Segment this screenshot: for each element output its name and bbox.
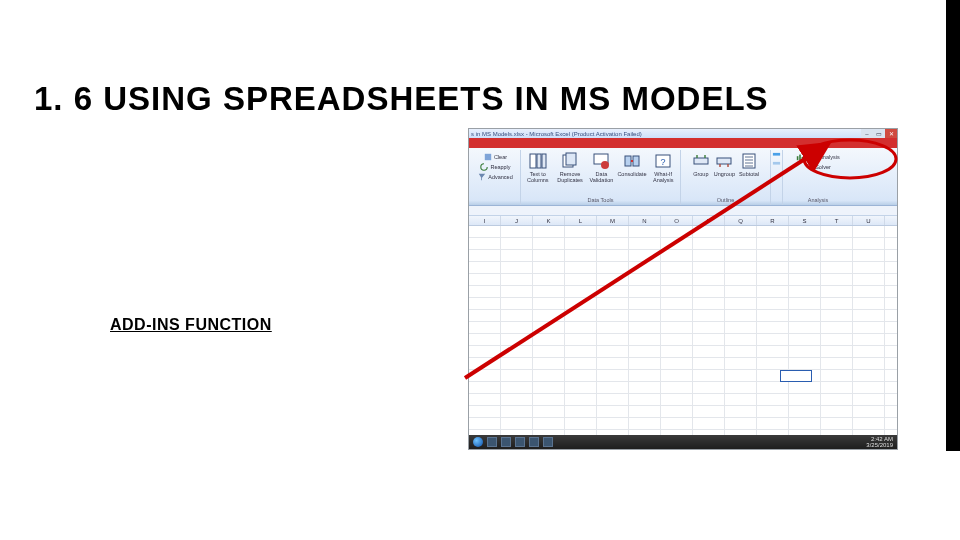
outline-level-markers bbox=[771, 150, 783, 205]
subtotal-icon bbox=[740, 152, 758, 170]
advanced-button[interactable]: Advanced bbox=[478, 172, 512, 182]
text-to-columns-label: Text to Columns bbox=[525, 171, 551, 183]
ungroup-icon bbox=[715, 152, 733, 170]
svg-rect-3 bbox=[537, 154, 541, 168]
column-header[interactable]: R bbox=[757, 216, 789, 225]
svg-marker-1 bbox=[479, 174, 485, 180]
data-analysis-icon bbox=[796, 153, 804, 161]
clear-button[interactable]: Clear bbox=[484, 152, 507, 162]
column-header-row: I J K L M N O P Q R S T U bbox=[469, 216, 897, 226]
remove-duplicates-icon bbox=[561, 152, 579, 170]
formula-bar[interactable] bbox=[469, 206, 897, 216]
column-header[interactable]: I bbox=[469, 216, 501, 225]
close-button[interactable]: ✕ bbox=[885, 129, 897, 138]
column-header[interactable]: L bbox=[565, 216, 597, 225]
consolidate-icon bbox=[623, 152, 641, 170]
caption-addins: ADD-INS FUNCTION bbox=[110, 316, 272, 334]
ribbon-tab-strip bbox=[469, 138, 897, 148]
ribbon-group-outline: Group Ungroup Subtotal Outline bbox=[681, 150, 771, 205]
spreadsheet-grid[interactable] bbox=[469, 226, 897, 435]
taskbar-clock[interactable]: 2:42 AM 3/25/2019 bbox=[866, 436, 893, 448]
window-titlebar: s in MS Models.xlsx - Microsoft Excel (P… bbox=[469, 129, 897, 138]
ribbon-group-name: Outline bbox=[717, 197, 734, 203]
svg-point-8 bbox=[601, 161, 609, 169]
solver-icon: ? bbox=[805, 163, 813, 171]
column-header[interactable]: N bbox=[629, 216, 661, 225]
svg-rect-14 bbox=[717, 158, 731, 164]
ribbon-group-analysis: Data Analysis ? Solver Analysis bbox=[783, 150, 853, 205]
ribbon-group-name: Data Tools bbox=[588, 197, 614, 203]
windows-taskbar: 2:42 AM 3/25/2019 bbox=[469, 435, 897, 449]
selected-cell[interactable] bbox=[780, 370, 812, 382]
taskbar-left bbox=[469, 437, 553, 447]
clear-icon bbox=[484, 153, 492, 161]
slide-title: 1. 6 USING SPREADSHEETS IN MS MODELS bbox=[34, 80, 769, 118]
ribbon: Clear Reapply Advanced Text to Column bbox=[469, 148, 897, 206]
svg-rect-13 bbox=[694, 158, 708, 164]
clear-label: Clear bbox=[494, 154, 507, 160]
svg-text:?: ? bbox=[807, 163, 811, 170]
svg-rect-2 bbox=[530, 154, 536, 168]
svg-rect-20 bbox=[802, 157, 804, 160]
data-analysis-button[interactable]: Data Analysis bbox=[796, 152, 839, 162]
svg-rect-18 bbox=[797, 156, 799, 160]
slide-accent-bar bbox=[946, 0, 960, 451]
taskbar-date: 3/25/2019 bbox=[866, 442, 893, 448]
svg-text:?: ? bbox=[661, 157, 666, 167]
reapply-button[interactable]: Reapply bbox=[480, 162, 510, 172]
svg-rect-19 bbox=[800, 155, 802, 161]
column-header[interactable]: K bbox=[533, 216, 565, 225]
column-header[interactable]: O bbox=[661, 216, 693, 225]
start-orb-icon[interactable] bbox=[473, 437, 483, 447]
taskbar-app-icon[interactable] bbox=[487, 437, 497, 447]
group-label: Group bbox=[693, 171, 708, 177]
column-header[interactable]: Q bbox=[725, 216, 757, 225]
window-title-text: s in MS Models.xlsx - Microsoft Excel (P… bbox=[471, 131, 642, 137]
advanced-icon bbox=[478, 173, 486, 181]
consolidate-label: Consolidate bbox=[617, 171, 646, 177]
ungroup-label: Ungroup bbox=[714, 171, 735, 177]
column-header[interactable]: T bbox=[821, 216, 853, 225]
taskbar-app-icon[interactable] bbox=[515, 437, 525, 447]
ribbon-group-sortfilter: Clear Reapply Advanced bbox=[471, 150, 521, 205]
hide-detail-icon[interactable] bbox=[772, 161, 781, 170]
whatif-button[interactable]: ? What-If Analysis bbox=[650, 152, 676, 183]
column-header[interactable]: M bbox=[597, 216, 629, 225]
slide: 1. 6 USING SPREADSHEETS IN MS MODELS ADD… bbox=[0, 0, 960, 540]
subtotal-button[interactable]: Subtotal bbox=[739, 152, 759, 177]
window-buttons-group: – ▭ ✕ bbox=[861, 129, 897, 138]
text-to-columns-button[interactable]: Text to Columns bbox=[525, 152, 551, 183]
taskbar-app-icon[interactable] bbox=[543, 437, 553, 447]
data-validation-label: Data Validation bbox=[589, 171, 613, 183]
svg-rect-9 bbox=[625, 156, 631, 166]
column-header[interactable]: J bbox=[501, 216, 533, 225]
column-header[interactable]: P bbox=[693, 216, 725, 225]
column-header[interactable]: U bbox=[853, 216, 885, 225]
reapply-label: Reapply bbox=[490, 164, 510, 170]
show-detail-icon[interactable] bbox=[772, 152, 781, 161]
solver-button[interactable]: ? Solver bbox=[805, 162, 831, 172]
data-analysis-label: Data Analysis bbox=[806, 154, 839, 160]
group-button[interactable]: Group bbox=[692, 152, 710, 177]
minimize-button[interactable]: – bbox=[861, 129, 873, 138]
maximize-button[interactable]: ▭ bbox=[873, 129, 885, 138]
excel-window: s in MS Models.xlsx - Microsoft Excel (P… bbox=[468, 128, 898, 450]
ungroup-button[interactable]: Ungroup bbox=[714, 152, 735, 177]
advanced-label: Advanced bbox=[488, 174, 512, 180]
consolidate-button[interactable]: Consolidate bbox=[617, 152, 646, 177]
svg-rect-4 bbox=[542, 154, 546, 168]
ribbon-group-datatools: Text to Columns Remove Duplicates Data V… bbox=[521, 150, 681, 205]
remove-duplicates-button[interactable]: Remove Duplicates bbox=[555, 152, 586, 183]
taskbar-app-icon[interactable] bbox=[529, 437, 539, 447]
solver-label: Solver bbox=[815, 164, 831, 170]
whatif-icon: ? bbox=[654, 152, 672, 170]
data-validation-button[interactable]: Data Validation bbox=[589, 152, 613, 183]
taskbar-app-icon[interactable] bbox=[501, 437, 511, 447]
svg-rect-16 bbox=[773, 153, 780, 156]
reapply-icon bbox=[480, 163, 488, 171]
data-validation-icon bbox=[592, 152, 610, 170]
whatif-label: What-If Analysis bbox=[650, 171, 676, 183]
text-to-columns-icon bbox=[529, 152, 547, 170]
subtotal-label: Subtotal bbox=[739, 171, 759, 177]
column-header[interactable]: S bbox=[789, 216, 821, 225]
